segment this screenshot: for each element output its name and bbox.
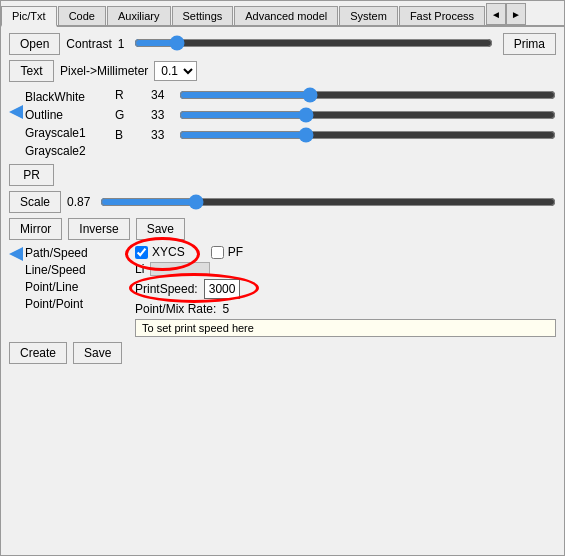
point-mix-row: Point/Mix Rate: 5 [135, 302, 556, 316]
xycs-checkbox-row: XYCS [135, 245, 185, 259]
tab-auxiliary[interactable]: Auxiliary [107, 6, 171, 25]
open-button[interactable]: Open [9, 33, 60, 55]
li-row: Li [135, 262, 556, 276]
tab-fast-process[interactable]: Fast Process [399, 6, 485, 25]
save-bottom-button[interactable]: Save [73, 342, 122, 364]
save-top-button[interactable]: Save [136, 218, 185, 240]
print-speed-wrapper: PrintSpeed: 3000 [135, 279, 556, 299]
mode-rgb-row: BlackWhite Outline Grayscale1 Grayscale2… [9, 87, 556, 159]
pixel-mm-select[interactable]: 0.1 0.2 0.5 1.0 [154, 61, 197, 81]
open-contrast-row: Open Contrast 1 Prima [9, 33, 556, 55]
li-label: Li [135, 262, 144, 276]
pr-button[interactable]: PR [9, 164, 54, 186]
tab-code[interactable]: Code [58, 6, 106, 25]
contrast-label: Contrast [66, 37, 111, 51]
xycs-pf-wrapper: XYCS PF [135, 245, 556, 259]
g-label: G [115, 108, 145, 122]
print-speed-value: 3000 [204, 279, 241, 299]
pf-checkbox-row: PF [211, 245, 243, 259]
outline-label: Outline [25, 107, 86, 123]
point-point-label: Point/Point [25, 296, 88, 312]
tab-pic-txt[interactable]: Pic/Txt [1, 6, 57, 27]
r-slider[interactable] [179, 87, 556, 103]
scale-button[interactable]: Scale [9, 191, 61, 213]
xycs-label: XYCS [152, 245, 185, 259]
inverse-button[interactable]: Inverse [68, 218, 129, 240]
scale-row: Scale 0.87 [9, 191, 556, 213]
tooltip-box: To set print speed here [135, 319, 556, 337]
tab-system[interactable]: System [339, 6, 398, 25]
outline-arrow [9, 105, 23, 119]
contrast-slider[interactable] [134, 35, 492, 51]
pf-label: PF [228, 245, 243, 259]
b-slider-row: B 33 [115, 127, 556, 143]
print-speed-row: PrintSpeed: 3000 [135, 279, 556, 299]
tab-next-btn[interactable]: ► [506, 3, 526, 25]
path-row: Path/Speed Line/Speed Point/Line Point/P… [9, 245, 556, 337]
point-mix-value: 5 [222, 302, 229, 316]
prima-button[interactable]: Prima [503, 33, 556, 55]
content-area: Open Contrast 1 Prima Text Pixel->Millim… [1, 27, 564, 555]
g-value: 33 [151, 108, 173, 122]
tab-bar: Pic/Txt Code Auxiliary Settings Advanced… [1, 1, 564, 27]
pf-checkbox[interactable] [211, 246, 224, 259]
print-speed-label: PrintSpeed: [135, 282, 198, 296]
xycs-pf-row: XYCS PF [135, 245, 556, 259]
li-bar [150, 262, 210, 276]
tab-settings[interactable]: Settings [172, 6, 234, 25]
mirror-button[interactable]: Mirror [9, 218, 62, 240]
line-speed-label: Line/Speed [25, 262, 88, 278]
g-slider-row: G 33 [115, 107, 556, 123]
xycs-checkbox[interactable] [135, 246, 148, 259]
grayscale2-label: Grayscale2 [25, 143, 86, 159]
pixel-mm-label: Pixel->Millimeter [60, 64, 148, 78]
tab-advanced-model[interactable]: Advanced model [234, 6, 338, 25]
create-save-row: Create Save [9, 342, 556, 364]
tab-prev-btn[interactable]: ◄ [486, 3, 506, 25]
r-label: R [115, 88, 145, 102]
pr-row: PR [9, 164, 556, 186]
text-pixel-row: Text Pixel->Millimeter 0.1 0.2 0.5 1.0 [9, 60, 556, 82]
b-label: B [115, 128, 145, 142]
point-line-label: Point/Line [25, 279, 88, 295]
create-button[interactable]: Create [9, 342, 67, 364]
scale-slider[interactable] [100, 194, 556, 210]
text-button[interactable]: Text [9, 60, 54, 82]
mirror-row: Mirror Inverse Save [9, 218, 556, 240]
path-speed-label: Path/Speed [25, 245, 88, 261]
scale-value: 0.87 [67, 195, 90, 209]
g-slider[interactable] [179, 107, 556, 123]
r-slider-row: R 34 [115, 87, 556, 103]
r-value: 34 [151, 88, 173, 102]
contrast-value: 1 [118, 37, 125, 51]
main-window: Pic/Txt Code Auxiliary Settings Advanced… [0, 0, 565, 556]
b-slider[interactable] [179, 127, 556, 143]
blackwhite-label: BlackWhite [25, 89, 86, 105]
point-mix-label: Point/Mix Rate: [135, 302, 216, 316]
path-arrow [9, 247, 23, 261]
b-value: 33 [151, 128, 173, 142]
grayscale1-label: Grayscale1 [25, 125, 86, 141]
